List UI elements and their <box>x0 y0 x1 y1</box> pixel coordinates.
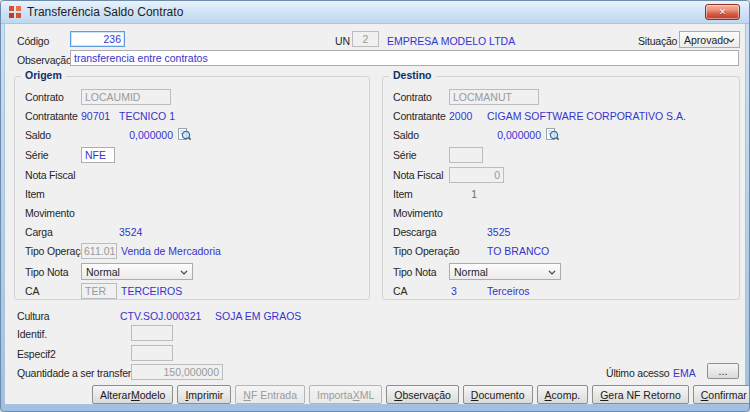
observacao-input[interactable] <box>70 50 739 66</box>
situacao-label: Situação <box>638 35 677 47</box>
confirmar-button[interactable]: Confirmar <box>693 385 750 404</box>
dialog-transferencia-saldo-contrato: Transferência Saldo Contrato ✕ Código UN… <box>0 0 750 412</box>
un-label: UN <box>335 35 350 47</box>
chevron-down-icon <box>548 270 556 275</box>
origem-saldo-value: 0,000000 <box>81 129 173 141</box>
destino-item-label: Item <box>393 188 413 200</box>
origem-carga-label: Carga <box>25 226 53 238</box>
cultura-name: SOJA EM GRAOS <box>215 310 301 322</box>
origem-tipo-nota-label: Tipo Nota <box>25 266 68 278</box>
origem-serie-label: Série <box>25 149 49 161</box>
destino-contratante-name: CIGAM SOFTWARE CORPORATIVO S.A. <box>487 110 686 122</box>
origem-saldo-lookup-icon[interactable] <box>177 127 192 142</box>
window-title: Transferência Saldo Contrato <box>27 5 183 19</box>
destino-nota-fiscal-field: 0 <box>449 167 504 183</box>
origem-contratante-code: 90701 <box>81 110 110 122</box>
destino-saldo-label: Saldo <box>393 129 419 141</box>
chevron-down-icon <box>727 38 735 43</box>
destino-group-title: Destino <box>389 69 436 81</box>
destino-tipo-nota-value: Normal <box>454 266 488 278</box>
origem-serie-input[interactable] <box>81 147 115 163</box>
identif-label: Identif. <box>17 328 47 340</box>
dialog-button-row: Alterar Modelo Imprimir NF Entrada Impor… <box>92 385 733 404</box>
destino-tipo-operacao-name: TO BRANCO <box>487 245 549 257</box>
destino-serie-label: Série <box>393 149 417 161</box>
origem-tipo-operacao-field: 611.01 <box>81 243 117 259</box>
destino-item-value: 1 <box>449 188 477 200</box>
quantidade-field: 150,000000 <box>131 364 223 380</box>
origem-item-label: Item <box>25 188 45 200</box>
origem-group: Origem Contrato LOCAUMID Contratante 907… <box>14 76 370 300</box>
destino-tipo-operacao-code: . <box>451 245 454 257</box>
especif2-field <box>131 345 173 361</box>
origem-contratante-label: Contratante <box>25 110 78 122</box>
origem-contrato-label: Contrato <box>25 91 64 103</box>
close-button[interactable]: ✕ <box>705 4 740 20</box>
gera-nf-retorno-button[interactable]: Gera NF Retorno <box>592 385 689 404</box>
destino-contratante-code: 2000 <box>449 110 472 122</box>
origem-nota-fiscal-label: Nota Fiscal <box>25 169 75 181</box>
origem-ca-name: TERCEIROS <box>121 285 182 297</box>
destino-tipo-nota-select[interactable]: Normal <box>449 263 561 280</box>
company-name: EMPRESA MODELO LTDA <box>387 35 515 47</box>
destino-nota-fiscal-label: Nota Fiscal <box>393 169 443 181</box>
alterar-modelo-button[interactable]: Alterar Modelo <box>92 385 173 404</box>
origem-saldo-label: Saldo <box>25 129 51 141</box>
codigo-input[interactable] <box>70 31 125 47</box>
origem-group-title: Origem <box>21 69 66 81</box>
destino-saldo-value: 0,000000 <box>449 129 541 141</box>
destino-ca-code: 3 <box>451 285 457 297</box>
cultura-code: CTV.SOJ.000321 <box>120 310 201 322</box>
destino-descarga-label: Descarga <box>393 226 436 238</box>
origem-contratante-name: TECNICO 1 <box>119 110 175 122</box>
cultura-label: Cultura <box>17 310 49 322</box>
origem-ca-field: TER <box>81 283 117 299</box>
destino-serie-field <box>449 147 483 163</box>
destino-saldo-lookup-icon[interactable] <box>545 127 560 142</box>
importa-xml-button: Importa XML <box>309 385 382 404</box>
ultimo-acesso-browse-button[interactable]: ... <box>707 363 739 379</box>
origem-contrato-field: LOCAUMID <box>81 89 171 105</box>
ultimo-acesso-label: Último acesso <box>606 367 669 379</box>
app-icon <box>9 6 21 18</box>
imprimir-button[interactable]: Imprimir <box>177 385 231 404</box>
un-field: 2 <box>352 31 379 47</box>
origem-tipo-nota-value: Normal <box>86 266 120 278</box>
destino-movimento-label: Movimento <box>393 207 443 219</box>
destino-tipo-nota-label: Tipo Nota <box>393 266 436 278</box>
destino-contratante-label: Contratante <box>393 110 446 122</box>
origem-tipo-nota-select[interactable]: Normal <box>81 263 193 280</box>
acomp-button[interactable]: Acomp. <box>537 385 589 404</box>
destino-tipo-operacao-label: Tipo Operação <box>393 245 459 257</box>
title-bar[interactable]: Transferência Saldo Contrato ✕ <box>1 1 749 24</box>
situacao-select[interactable]: Aprovado <box>679 31 740 48</box>
destino-group: Destino Contrato LOCMANUT Contratante 20… <box>382 76 740 300</box>
quantidade-label: Quantidade a ser transferida <box>17 367 144 379</box>
observacao-label: Observação <box>17 54 72 66</box>
origem-movimento-label: Movimento <box>25 207 75 219</box>
situacao-value: Aprovado <box>684 34 729 46</box>
codigo-label: Código <box>17 35 49 47</box>
close-icon: ✕ <box>719 8 727 17</box>
nf-entrada-button: NF Entrada <box>235 385 305 404</box>
origem-tipo-operacao-name: Venda de Mercadoria <box>121 245 221 257</box>
identif-field <box>131 325 173 341</box>
especif2-label: Especif2 <box>17 348 56 360</box>
origem-ca-label: CA <box>25 285 39 297</box>
destino-ca-name: Terceiros <box>487 285 530 297</box>
origem-carga-value: 3524 <box>119 226 142 238</box>
destino-contrato-field: LOCMANUT <box>449 89 539 105</box>
dialog-body: Código UN 2 EMPRESA MODELO LTDA Situação… <box>4 23 746 405</box>
observacao-button[interactable]: Observação <box>386 385 459 404</box>
ultimo-acesso-value: EMA <box>673 367 696 379</box>
destino-contrato-label: Contrato <box>393 91 432 103</box>
destino-descarga-value: 3525 <box>487 226 510 238</box>
documento-button[interactable]: Documento <box>463 385 533 404</box>
destino-ca-label: CA <box>393 285 407 297</box>
chevron-down-icon <box>180 270 188 275</box>
